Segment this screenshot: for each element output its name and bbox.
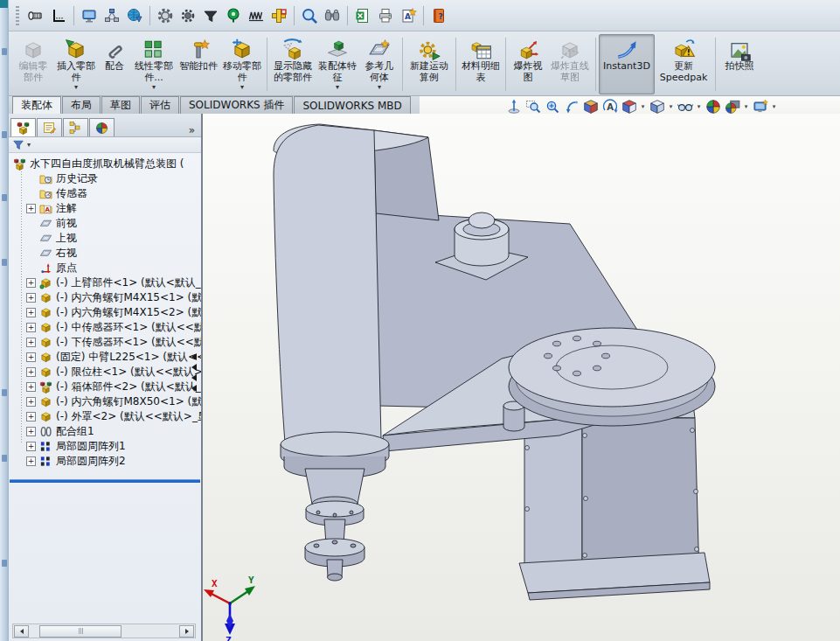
corner-ruler-icon[interactable] [47,4,70,27]
rotate-view-icon[interactable]: A [600,98,619,115]
monitor-icon[interactable] [78,4,101,27]
tree-item-lower-sensor-ring[interactable]: (-) 下传感器环<1> (默认<<默 [9,335,201,350]
expand-toggle[interactable] [26,456,36,466]
tree-item-circular-pattern-2[interactable]: 局部圆周阵列2 [9,454,201,469]
expand-toggle[interactable] [26,442,36,451]
tree-item-origin[interactable]: 原点 [9,261,201,275]
scroll-left-button[interactable] [14,625,29,638]
tree-item-sensors[interactable]: 传感器 [9,186,201,201]
spring-icon[interactable] [245,4,267,27]
tree-item-upper-arm[interactable]: (-) 上臂部件<1> (默认<默认_ [9,275,201,290]
tab-layout[interactable]: 布局 [62,96,101,114]
display-style-caret-icon[interactable] [667,98,675,115]
panel-expand-chevrons[interactable]: » [184,124,199,136]
scroll-right-button[interactable] [179,625,194,638]
section-view-icon[interactable] [581,98,600,115]
ribbon-button-reference-geometry[interactable]: 参考几何体 [359,34,399,94]
view-orientation-icon[interactable] [620,98,638,115]
propertymanager-icon[interactable] [37,118,62,136]
globe-download-icon[interactable] [123,4,146,27]
hide-show-items-icon[interactable] [676,98,694,115]
zoom-in-out-icon[interactable] [543,98,561,115]
ribbon-button-smart-fasteners[interactable]: 智能扣件 [177,34,220,94]
render-gear-icon[interactable] [177,4,199,27]
featuremanager-tree-icon[interactable] [10,118,36,136]
tree-item-box-assembly[interactable]: (-) 箱体部件<2> (默认<默认_ [9,380,201,394]
tree-item-mid-arm-l225[interactable]: (固定) 中臂L225<1> (默认<< [9,350,201,365]
tree-item-assembly-root[interactable]: 水下四自由度抓取机械臂总装图 ( [9,157,201,171]
scrollbar-thumb[interactable] [39,625,121,638]
ribbon-button-instant3d[interactable]: Instant3D [599,34,655,94]
tab-solidworks-mbd[interactable]: SOLIDWORKS MBD [294,96,410,114]
tree-item-screw-m8x50[interactable]: (-) 内六角螺钉M8X50<1> (默 [9,394,201,409]
search-icon[interactable] [298,4,321,27]
apply-scene-caret-icon[interactable] [742,98,750,115]
tab-assembly[interactable]: 装配体 [12,96,61,114]
filter-funnel-icon[interactable] [199,4,222,27]
tree-item-mid-sensor-ring[interactable]: (-) 中传感器环<1> (默认<<默 [9,320,201,335]
view-settings-caret-icon[interactable] [770,98,778,115]
expand-toggle[interactable] [26,204,36,213]
previous-view-icon[interactable] [562,98,580,115]
expand-toggle[interactable] [26,293,36,303]
edit-appearance-icon[interactable] [704,98,722,115]
expand-toggle[interactable] [26,278,36,288]
tree-item-cover[interactable]: (-) 外罩<2> (默认<<默认>_显 [9,409,201,424]
tab-sketch[interactable]: 草图 [101,96,140,114]
expand-toggle[interactable] [26,382,36,392]
configurationmanager-icon[interactable] [63,118,88,136]
settings-gear-icon[interactable] [154,4,177,27]
hide-show-items-caret-icon[interactable] [695,98,703,115]
location-pin-icon[interactable] [222,4,245,27]
tree-horizontal-scrollbar[interactable] [12,624,196,638]
rollback-bar[interactable] [10,479,200,483]
expand-toggle[interactable] [26,427,36,436]
pipe-fitting-icon[interactable] [267,4,290,27]
ribbon-button-exploded-view[interactable]: 爆炸视图 [509,34,547,94]
expand-toggle[interactable] [26,397,36,407]
print-icon[interactable] [374,4,397,27]
find-binoculars-icon[interactable] [321,4,344,27]
tab-evaluate[interactable]: 评估 [141,96,179,114]
ribbon-button-move-component[interactable]: 移动零部件 [220,34,264,94]
filter-funnel-icon[interactable] [12,139,24,151]
ribbon-button-bill-of-materials[interactable]: 材料明细表 [459,34,503,94]
tree-item-screw-m4x15-1[interactable]: (-) 内六角螺钉M4X15<1> (默 [9,290,201,305]
toolbar-grip[interactable] [16,6,19,25]
expand-toggle[interactable] [26,412,36,422]
ribbon-button-explode-line-sketch[interactable]: 爆炸直线草图 [547,34,593,94]
tree-item-limit-post[interactable]: (-) 限位柱<1> (默认<<默认> [9,365,201,380]
expand-toggle[interactable] [26,338,36,347]
excel-export-icon[interactable] [351,4,374,27]
tree-item-top-plane[interactable]: 上视 [9,231,201,246]
help-book-icon[interactable]: ? [427,4,450,27]
expand-toggle[interactable] [26,352,36,362]
display-style-icon[interactable] [648,98,666,115]
filter-caret-icon[interactable]: ▾ [27,141,31,149]
expand-toggle[interactable] [26,323,36,332]
view-orientation-caret-icon[interactable] [639,98,647,115]
view-settings-icon[interactable] [751,98,769,115]
ribbon-button-insert-component[interactable]: 插入零部件 [54,34,98,94]
ribbon-button-new-motion-study[interactable]: 新建运动算例 [406,34,453,94]
tree-item-right-plane[interactable]: 右视 [9,246,201,261]
tree-item-annotations[interactable]: A 注解 [9,201,201,216]
fastener-icon[interactable] [24,4,47,27]
tree-item-mates-group[interactable]: 配合组1 [9,424,201,439]
appearances-icon[interactable] [89,118,115,136]
ribbon-button-linear-component-pattern[interactable]: 线性零部件... [131,34,177,94]
ribbon-button-mate[interactable]: 配合 [98,34,131,94]
tree-item-front-plane[interactable]: 前视 [9,216,201,231]
expand-toggle[interactable] [26,367,36,377]
tree-item-history[interactable]: 历史记录 [9,171,201,186]
apply-scene-icon[interactable] [723,98,741,115]
ribbon-button-update-speedpak[interactable]: 更新 Speedpak [655,34,712,94]
zoom-to-area-icon[interactable] [524,98,542,115]
network-share-icon[interactable] [101,4,123,27]
graphics-viewport[interactable]: X Y Z [203,114,840,641]
tree-item-circular-pattern-1[interactable]: 局部圆周阵列1 [9,439,201,454]
new-document-icon[interactable]: A [397,4,420,27]
ribbon-button-show-hidden-components[interactable]: 显示隐藏的零部件 [270,34,316,94]
ribbon-button-edit-component[interactable]: 编辑零部件 [12,34,54,94]
zoom-to-fit-icon[interactable] [504,98,523,115]
